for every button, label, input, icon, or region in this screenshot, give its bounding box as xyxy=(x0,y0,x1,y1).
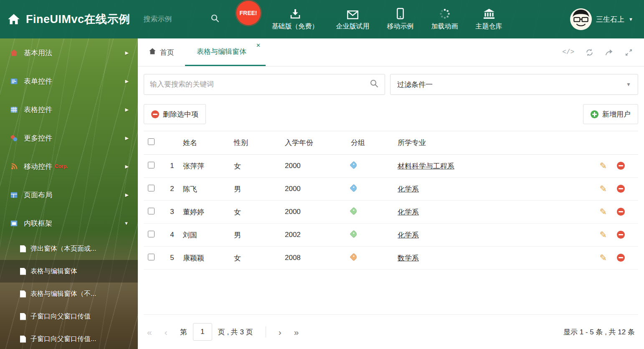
add-user-button[interactable]: 新增用户 xyxy=(583,104,638,124)
layout-icon xyxy=(9,191,18,199)
header-nav-label: 基础版（免费） xyxy=(272,22,319,31)
filter-dropdown[interactable]: 过滤条件一 ▼ xyxy=(390,74,638,95)
row-checkbox[interactable] xyxy=(148,162,155,168)
file-icon xyxy=(20,313,26,320)
search-icon[interactable] xyxy=(210,14,220,25)
first-page-button[interactable]: « xyxy=(147,328,152,336)
delete-row-icon[interactable] xyxy=(617,185,625,193)
filter-dropdown-value: 过滤条件一 xyxy=(397,80,433,89)
form-icon xyxy=(9,77,18,85)
sidebar-item-more-controls[interactable]: 更多控件 ▶ xyxy=(0,124,138,152)
iframe-icon xyxy=(9,219,18,227)
tab-home[interactable]: 首页 xyxy=(138,38,185,66)
file-icon xyxy=(20,336,26,343)
user-menu[interactable]: 三生石上 ▼ xyxy=(570,8,644,30)
edit-icon[interactable]: ✎ xyxy=(599,184,607,193)
prev-page-button[interactable]: ‹ xyxy=(165,328,167,336)
chevron-right-icon: ▶ xyxy=(125,79,129,84)
page-prefix-label: 第 xyxy=(180,327,187,337)
header-search xyxy=(144,14,220,25)
home-icon xyxy=(8,13,20,25)
minus-circle-icon xyxy=(151,110,159,118)
major-link[interactable]: 材料科学与工程系 xyxy=(398,162,454,170)
app-header: FineUIMvc在线示例 FREE! 基础版（免费） 企业版试用 移动示例 xyxy=(0,0,644,38)
row-checkbox[interactable] xyxy=(148,231,155,237)
cell-year: 2008 xyxy=(285,247,351,270)
sidebar-subitem-child-to-parent[interactable]: 子窗口向父窗口传值 xyxy=(0,305,138,328)
major-link[interactable]: 数学系 xyxy=(398,254,419,262)
expand-icon[interactable] xyxy=(624,48,633,57)
column-year: 入学年份 xyxy=(285,131,351,155)
sidebar-subitem-popup-window[interactable]: 弹出窗体（本页面或... xyxy=(0,237,138,260)
tag-icon xyxy=(350,184,358,192)
sidebar-subitem-grid-edit-window[interactable]: 表格与编辑窗体 xyxy=(0,260,138,283)
filter-row: 过滤条件一 ▼ xyxy=(144,74,638,95)
pagination-bar: « ‹ 第 页 , 共 3 页 › » 显示 1 - 5 条 , 共 12 条 xyxy=(144,314,638,343)
table-row: 5 康颖颖 女 2008 数学系 ✎ xyxy=(144,247,638,270)
sidebar-item-page-layout[interactable]: 页面布局 ▶ xyxy=(0,181,138,209)
header-nav-label: 主题仓库 xyxy=(476,22,502,31)
delete-row-icon[interactable] xyxy=(617,254,625,262)
header-nav-basic-free[interactable]: 基础版（免费） xyxy=(272,8,319,31)
tag-icon xyxy=(350,253,358,261)
header-nav-label: 企业版试用 xyxy=(336,22,370,31)
select-all-checkbox[interactable] xyxy=(148,138,155,145)
cell-gender: 男 xyxy=(234,224,285,247)
widgets-icon xyxy=(9,134,18,142)
table-row: 1 张萍萍 女 2000 材料科学与工程系 ✎ xyxy=(144,155,638,178)
row-checkbox[interactable] xyxy=(148,185,155,191)
row-checkbox[interactable] xyxy=(148,208,155,214)
search-icon[interactable] xyxy=(370,79,379,90)
major-link[interactable]: 化学系 xyxy=(398,208,419,216)
cell-name: 康颖颖 xyxy=(183,247,234,270)
header-nav-mobile-demo[interactable]: 移动示例 xyxy=(387,8,414,31)
sidebar-item-iframe[interactable]: 内联框架 ▼ xyxy=(0,209,138,237)
table-row: 2 陈飞 男 2000 化学系 ✎ xyxy=(144,178,638,201)
header-nav-theme-store[interactable]: 主题仓库 xyxy=(476,8,502,31)
keyword-search-input[interactable] xyxy=(150,80,366,89)
edit-icon[interactable]: ✎ xyxy=(599,207,607,216)
cell-year: 2000 xyxy=(285,155,351,178)
last-page-button[interactable]: » xyxy=(294,328,299,336)
edit-icon[interactable]: ✎ xyxy=(599,253,607,262)
header-nav-enterprise-trial[interactable]: 企业版试用 xyxy=(336,8,370,31)
cell-name: 张萍萍 xyxy=(183,155,234,178)
sidebar-item-mobile-controls[interactable]: 移动控件 Corp. ▶ xyxy=(0,152,138,181)
brand[interactable]: FineUIMvc在线示例 xyxy=(0,12,130,27)
sidebar-item-basic-usage[interactable]: 基本用法 ▶ xyxy=(0,38,138,67)
grid-toolbar: 删除选中项 新增用户 xyxy=(144,104,638,124)
plus-circle-icon xyxy=(591,110,598,118)
envelope-icon xyxy=(347,8,358,19)
page-number-input[interactable] xyxy=(193,323,212,341)
row-checkbox[interactable] xyxy=(148,254,155,260)
edit-icon[interactable]: ✎ xyxy=(599,230,607,239)
delete-row-icon[interactable] xyxy=(617,208,625,216)
column-gender: 性别 xyxy=(234,131,285,155)
close-icon[interactable]: ✕ xyxy=(256,42,261,48)
major-link[interactable]: 化学系 xyxy=(398,231,419,239)
table-row: 3 董婷婷 女 2000 化学系 ✎ xyxy=(144,201,638,224)
page-suffix-label: 页 , 共 3 页 xyxy=(218,327,253,337)
share-icon[interactable] xyxy=(605,48,614,57)
sidebar-subitem-child-to-parent-2[interactable]: 子窗口向父窗口传值... xyxy=(0,328,138,349)
sidebar: 基本用法 ▶ 表单控件 ▶ 表格控件 ▶ 更多控件 ▶ 移动控件 Corp. ▶ xyxy=(0,38,138,349)
sidebar-subitem-grid-edit-window-2[interactable]: 表格与编辑窗体（不... xyxy=(0,283,138,305)
edit-icon[interactable]: ✎ xyxy=(599,161,607,170)
spinner-icon xyxy=(439,8,450,19)
column-name: 姓名 xyxy=(183,131,234,155)
delete-row-icon[interactable] xyxy=(617,162,625,170)
header-search-input[interactable] xyxy=(144,15,206,23)
sidebar-item-form-controls[interactable]: 表单控件 ▶ xyxy=(0,67,138,95)
content-area: 过滤条件一 ▼ 删除选中项 新增用户 姓名 性别 xyxy=(138,66,644,349)
cell-year: 2000 xyxy=(285,201,351,224)
keyword-search-box xyxy=(144,74,385,95)
source-code-icon[interactable]: </> xyxy=(562,48,574,56)
header-nav-loading-animation[interactable]: 加载动画 xyxy=(431,8,458,31)
major-link[interactable]: 化学系 xyxy=(398,185,419,193)
delete-selected-button[interactable]: 删除选中项 xyxy=(144,104,206,124)
sidebar-item-grid-controls[interactable]: 表格控件 ▶ xyxy=(0,95,138,124)
refresh-icon[interactable] xyxy=(585,48,594,57)
tab-grid-edit-window[interactable]: 表格与编辑窗体 ✕ xyxy=(185,38,266,66)
delete-row-icon[interactable] xyxy=(617,231,625,239)
next-page-button[interactable]: › xyxy=(279,328,281,336)
